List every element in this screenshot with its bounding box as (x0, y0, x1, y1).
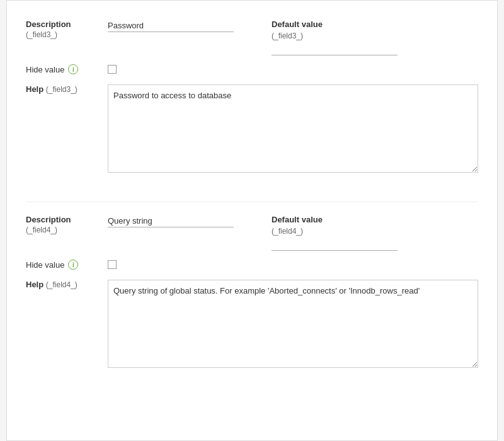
field3-hide-value-label: Hide value (26, 65, 64, 74)
field4-help-textarea[interactable]: Query string of global status. For examp… (108, 280, 478, 368)
field3-help-row: Help (_field3_) Password to access to da… (26, 84, 478, 173)
field4-default-sub: (_field4_) (272, 227, 398, 236)
field4-description-label: Description (26, 215, 108, 224)
field3-hide-value-row: Hide value i (26, 64, 478, 74)
field3-description-input[interactable] (108, 20, 234, 32)
field4-info-icon[interactable]: i (68, 260, 78, 270)
page-container: Description (_field3_) Default value (_f… (6, 0, 498, 441)
field3-hide-value-label-block: Hide value i (26, 64, 108, 74)
field4-desc-input-block (108, 215, 234, 227)
field3-description-label: Description (26, 20, 108, 29)
field4-default-block: Default value (_field4_) (272, 215, 398, 251)
field4-block: Description (_field4_) Default value (_f… (26, 202, 478, 397)
field4-help-label-block: Help (_field4_) (26, 280, 108, 289)
field3-default-label: Default value (272, 20, 398, 29)
field3-checkbox-wrapper[interactable] (108, 65, 117, 74)
field4-description-sub: (_field4_) (26, 226, 108, 234)
field3-default-sub: (_field3_) (272, 32, 398, 40)
field4-hide-value-checkbox[interactable] (108, 260, 117, 269)
field4-checkbox-wrapper[interactable] (108, 260, 117, 269)
field4-hide-value-row: Hide value i (26, 260, 478, 270)
field4-help-row: Help (_field4_) Query string of global s… (26, 280, 478, 368)
field3-desc-label-block: Description (_field3_) (26, 20, 108, 43)
field3-help-textarea[interactable]: Password to access to database (108, 84, 478, 173)
field4-hide-value-label-block: Hide value i (26, 260, 108, 270)
field4-top-row: Description (_field4_) Default value (_f… (26, 215, 478, 251)
field3-help-label-block: Help (_field3_) (26, 84, 108, 94)
field3-help-label: Help (26, 84, 43, 94)
field3-desc-input-block (108, 20, 234, 32)
field4-default-input[interactable] (272, 238, 398, 251)
field3-default-input[interactable] (272, 43, 398, 55)
field3-description-sub: (_field3_) (26, 30, 108, 39)
field3-top-row: Description (_field3_) Default value (_f… (26, 20, 478, 55)
field4-hide-value-label: Hide value (26, 260, 64, 270)
field4-help-sub: (_field4_) (46, 280, 77, 289)
field3-help-sub: (_field3_) (46, 85, 77, 94)
field3-default-block: Default value (_field3_) (272, 20, 398, 55)
field3-block: Description (_field3_) Default value (_f… (26, 7, 478, 202)
field4-description-input[interactable] (108, 215, 234, 227)
field4-help-label: Help (26, 280, 43, 289)
field3-info-icon[interactable]: i (68, 64, 78, 74)
field4-default-label: Default value (272, 215, 398, 224)
field3-hide-value-checkbox[interactable] (108, 65, 117, 74)
field4-desc-label-block: Description (_field4_) (26, 215, 108, 238)
